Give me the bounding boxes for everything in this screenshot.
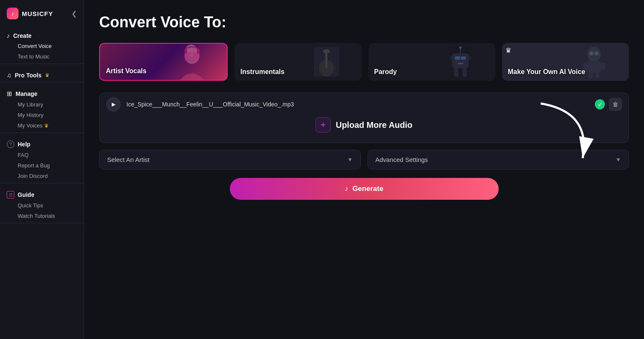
logo-text: MUSICFY (22, 10, 53, 17)
sidebar-section-manage: ⊞ Manage My Library My History My Voices… (0, 84, 84, 133)
svg-rect-2 (184, 49, 187, 54)
manage-section-title: Manage (16, 90, 37, 97)
card-parody[interactable]: Parody (368, 43, 495, 81)
sidebar-section-create: ♪ Create Convert Voice Text to Music (0, 26, 84, 64)
logo-group: ♪ MUSICFY (7, 8, 53, 19)
svg-point-22 (459, 46, 462, 49)
advanced-settings-chevron-down-icon: ▼ (615, 156, 621, 163)
card-make-your-own-voice[interactable]: ♛ Make Your Own AI Voice (502, 43, 629, 81)
generate-button-label: Generate (352, 185, 384, 193)
create-section-title: Create (13, 32, 32, 39)
svg-rect-17 (450, 56, 452, 60)
svg-rect-5 (192, 52, 197, 56)
svg-rect-28 (595, 73, 599, 79)
help-section-icon: ? (7, 140, 14, 148)
sidebar-item-my-history[interactable]: My History (0, 110, 84, 120)
sidebar-section-pro-tools: ♫ Pro Tools ♛ (0, 66, 84, 82)
svg-point-23 (587, 47, 601, 62)
make-voice-crown-badge: ♛ (505, 46, 511, 54)
svg-rect-13 (452, 53, 469, 68)
svg-rect-27 (589, 73, 593, 79)
audio-filename: Ice_Spice___Munch__Feelin__U___Official_… (126, 101, 589, 108)
page-title: Convert Voice To: (99, 13, 629, 31)
artist-vocals-label: Artist Vocals (106, 67, 147, 75)
create-section-icon: ♪ (7, 32, 10, 39)
main-content: Convert Voice To: Artist (84, 0, 644, 339)
instrumentals-label: Instrumentals (240, 68, 284, 76)
select-artist-dropdown[interactable]: Select An Artist ▼ (99, 150, 361, 170)
pro-tools-section-icon: ♫ (7, 72, 11, 79)
sidebar-section-guide: ☰ Guide Quick Tips Watch Tutorials (0, 185, 84, 223)
audio-player-row: ▶ Ice_Spice___Munch__Feelin__U___Officia… (106, 97, 622, 111)
sidebar-item-quick-tips[interactable]: Quick Tips (0, 200, 84, 211)
sidebar-section-help-header: ? Help (0, 138, 84, 150)
sidebar-item-convert-voice[interactable]: Convert Voice (0, 41, 84, 51)
svg-rect-20 (463, 68, 467, 77)
my-voices-crown-icon: ♛ (44, 123, 49, 129)
sidebar-item-my-voices[interactable]: My Voices ♛ (0, 120, 84, 131)
sidebar-logo-area: ♪ MUSICFY ❮ (0, 0, 84, 26)
upload-more-label: Upload More Audio (336, 120, 413, 130)
guide-section-icon: ☰ (7, 191, 14, 199)
svg-rect-24 (587, 61, 601, 73)
advanced-settings-dropdown[interactable]: Advanced Settings ▼ (368, 150, 629, 170)
sidebar-item-my-library[interactable]: My Library (0, 99, 84, 110)
manage-section-icon: ⊞ (7, 90, 12, 98)
svg-rect-16 (457, 63, 463, 64)
svg-rect-14 (455, 56, 460, 60)
parody-label: Parody (374, 68, 397, 76)
logo-icon: ♪ (7, 8, 18, 19)
help-section-title: Help (18, 141, 30, 148)
card-artist-vocals[interactable]: Artist Vocals (99, 43, 228, 81)
svg-point-29 (589, 51, 594, 56)
make-voice-label: Make Your Own AI Voice (508, 68, 585, 76)
svg-rect-26 (601, 63, 605, 70)
pro-tools-crown-icon: ♛ (45, 72, 50, 78)
sidebar: ♪ MUSICFY ❮ ♪ Create Convert Voice Text … (0, 0, 84, 339)
sidebar-section-pro-tools-header[interactable]: ♫ Pro Tools ♛ (0, 69, 84, 80)
select-artist-chevron-down-icon: ▼ (347, 156, 353, 163)
svg-point-30 (594, 51, 599, 56)
sidebar-item-faq[interactable]: FAQ (0, 150, 84, 160)
sidebar-section-manage-header: ⊞ Manage (0, 87, 84, 99)
sidebar-item-report-bug[interactable]: Report a Bug (0, 160, 84, 171)
parody-figure (426, 43, 495, 81)
sidebar-item-join-discord[interactable]: Join Discord (0, 171, 84, 181)
guide-section-title: Guide (18, 191, 34, 198)
audio-section: ▶ Ice_Spice___Munch__Feelin__U___Officia… (99, 93, 629, 143)
svg-point-10 (323, 49, 330, 53)
sidebar-section-create-header: ♪ Create (0, 29, 84, 41)
sidebar-section-help: ? Help FAQ Report a Bug Join Discord (0, 135, 84, 183)
sidebar-item-watch-tutorials[interactable]: Watch Tutorials (0, 211, 84, 221)
card-instrumentals[interactable]: Instrumentals (234, 43, 361, 81)
advanced-settings-label: Advanced Settings (376, 156, 428, 163)
category-cards-row: Artist Vocals Instrumentals (99, 43, 629, 81)
svg-rect-3 (197, 49, 200, 54)
dropdowns-row: Select An Artist ▼ Advanced Settings ▼ (99, 150, 629, 170)
audio-status-check-icon: ✓ (595, 99, 605, 109)
pro-tools-section-title: Pro Tools (15, 72, 42, 79)
generate-music-icon: ♪ (344, 185, 348, 193)
sidebar-item-text-to-music[interactable]: Text to Music (0, 51, 84, 62)
select-artist-label: Select An Artist (107, 156, 150, 163)
audio-actions: ✓ 🗑 (595, 98, 622, 111)
svg-rect-18 (468, 56, 471, 60)
upload-plus-icon: + (315, 117, 331, 132)
svg-rect-19 (454, 68, 458, 77)
instrumentals-figure (292, 43, 361, 81)
play-button[interactable]: ▶ (106, 97, 121, 111)
collapse-button[interactable]: ❮ (71, 10, 77, 18)
upload-more-row[interactable]: + Upload More Audio (106, 111, 622, 138)
dropdowns-arrow-section: Select An Artist ▼ Advanced Settings ▼ (99, 150, 629, 170)
svg-rect-15 (461, 56, 466, 60)
sidebar-section-guide-header: ☰ Guide (0, 188, 84, 200)
artist-vocals-figure (157, 44, 227, 80)
generate-button[interactable]: ♪ Generate (230, 178, 499, 200)
svg-rect-4 (187, 52, 192, 56)
audio-delete-button[interactable]: 🗑 (609, 98, 622, 111)
